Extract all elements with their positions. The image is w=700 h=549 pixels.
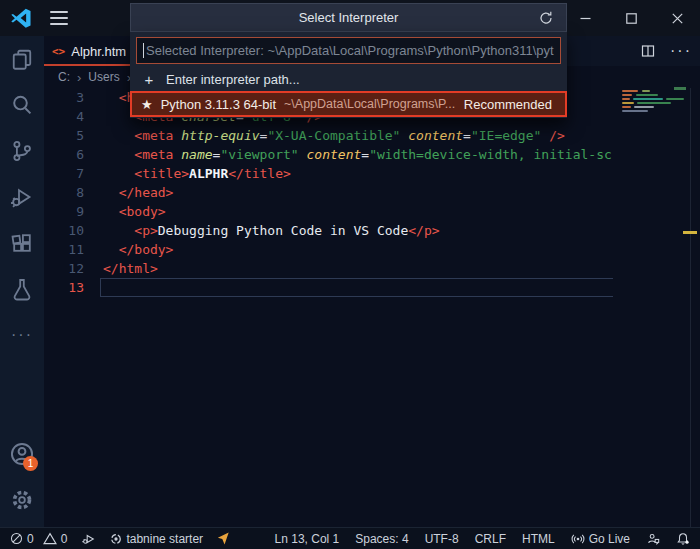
activity-bar-bottom: 1 bbox=[0, 431, 44, 523]
line-number: 3 bbox=[44, 88, 94, 107]
menu-icon[interactable] bbox=[50, 11, 68, 25]
tabnine-status[interactable]: tabnine starter bbox=[110, 532, 203, 546]
ruler-change-mark bbox=[674, 87, 686, 90]
star-icon: ★ bbox=[141, 97, 153, 112]
quickpick-item-python-recommended[interactable]: ★ Python 3.11.3 64-bit ~\AppData\Local\P… bbox=[130, 91, 567, 117]
testing-icon[interactable] bbox=[0, 266, 44, 312]
vscode-logo-icon bbox=[10, 7, 32, 29]
line-text: <p>Debugging Python Code in VS Code</p> bbox=[103, 221, 440, 240]
error-icon bbox=[10, 532, 23, 545]
tab-alphr-html[interactable]: <> Alphr.htm bbox=[44, 36, 136, 66]
search-icon[interactable] bbox=[0, 82, 44, 128]
line-text: </body> bbox=[103, 240, 173, 259]
close-button[interactable] bbox=[654, 0, 700, 36]
html-file-icon: <> bbox=[52, 45, 65, 58]
indentation-indicator[interactable]: Spaces: 4 bbox=[355, 532, 408, 546]
line-text: <body> bbox=[103, 202, 166, 221]
code-line-5[interactable]: 5 <meta http-equiv="X-UA-Compatible" con… bbox=[44, 126, 613, 145]
minimap[interactable] bbox=[618, 88, 690, 130]
go-live-label: Go Live bbox=[589, 532, 630, 546]
line-text: </html> bbox=[103, 259, 158, 278]
line-number: 6 bbox=[44, 145, 94, 164]
split-editor-icon[interactable] bbox=[640, 43, 656, 59]
code-line-11[interactable]: 11 </body> bbox=[44, 240, 613, 259]
line-number: 7 bbox=[44, 164, 94, 183]
quickpick-title-label: Select Interpreter bbox=[299, 10, 399, 25]
line-number: 9 bbox=[44, 202, 94, 221]
plus-icon: + bbox=[141, 71, 157, 88]
vscode-window: { "window": { "controls": { "minimize": … bbox=[0, 0, 700, 549]
line-number: 5 bbox=[44, 126, 94, 145]
ruler-cursor-mark bbox=[683, 231, 697, 234]
explorer-icon[interactable] bbox=[0, 36, 44, 82]
broadcast-icon bbox=[571, 532, 585, 546]
code-line-12[interactable]: 12</html> bbox=[44, 259, 613, 278]
tabnine-label: tabnine starter bbox=[126, 532, 203, 546]
quickpick-item-enter-path[interactable]: + Enter interpreter path... bbox=[130, 68, 567, 91]
source-control-icon[interactable] bbox=[0, 128, 44, 174]
encoding-indicator[interactable]: UTF-8 bbox=[425, 532, 459, 546]
code-line-7[interactable]: 7 <title>ALPHR</title> bbox=[44, 164, 613, 183]
go-live-button[interactable]: Go Live bbox=[571, 532, 630, 546]
line-number: 10 bbox=[44, 221, 94, 240]
breadcrumb-drive[interactable]: C: bbox=[58, 70, 70, 84]
account-badge: 1 bbox=[23, 456, 38, 471]
editor-more-icon[interactable]: ··· bbox=[670, 47, 692, 55]
code-editor[interactable]: 3 <head>4 <meta charset="utf-8" />5 <met… bbox=[44, 88, 613, 527]
settings-gear-icon[interactable] bbox=[0, 477, 44, 523]
language-mode-indicator[interactable]: HTML bbox=[522, 532, 555, 546]
refresh-icon[interactable] bbox=[538, 10, 554, 26]
code-line-13[interactable]: 13 bbox=[44, 278, 613, 297]
live-share-icon[interactable] bbox=[646, 532, 660, 546]
line-number: 12 bbox=[44, 259, 94, 278]
code-line-10[interactable]: 10 <p>Debugging Python Code in VS Code</… bbox=[44, 221, 613, 240]
code-line-6[interactable]: 6 <meta name="viewport" content="width=d… bbox=[44, 145, 613, 164]
quickpick-panel: Selected Interpreter: ~\AppData\Local\Pr… bbox=[130, 32, 567, 118]
line-number: 13 bbox=[44, 278, 94, 297]
tabnine-icon bbox=[110, 533, 122, 545]
minimize-button[interactable] bbox=[562, 0, 608, 36]
line-text: <meta name="viewport" content="width=dev… bbox=[103, 145, 612, 164]
line-text: </head> bbox=[103, 183, 173, 202]
run-debug-icon[interactable] bbox=[0, 174, 44, 220]
debug-status-icon[interactable] bbox=[81, 532, 96, 546]
error-count: 0 bbox=[27, 532, 34, 546]
line-col-indicator[interactable]: Ln 13, Col 1 bbox=[275, 532, 340, 546]
tab-label: Alphr.htm bbox=[71, 44, 126, 59]
status-bar: 0 0 tabnine starter Ln 13, Col 1 Spaces:… bbox=[0, 527, 700, 549]
account-icon[interactable]: 1 bbox=[0, 431, 44, 477]
window-controls bbox=[562, 0, 700, 36]
notifications-bell-icon[interactable] bbox=[676, 532, 690, 546]
quickpick-item-label: Python 3.11.3 64-bit bbox=[161, 97, 276, 112]
text-caret bbox=[143, 43, 144, 58]
cursor-pointer-icon bbox=[215, 529, 233, 547]
warning-icon bbox=[43, 532, 57, 545]
line-text: <title>ALPHR</title> bbox=[103, 164, 291, 183]
code-line-9[interactable]: 9 <body> bbox=[44, 202, 613, 221]
quickpick-item-path: ~\AppData\Local\Programs\P... bbox=[284, 97, 456, 111]
breadcrumb-folder[interactable]: Users bbox=[88, 70, 119, 84]
maximize-button[interactable] bbox=[608, 0, 654, 36]
recommended-badge: Recommended bbox=[464, 97, 552, 112]
line-number: 11 bbox=[44, 240, 94, 259]
eol-indicator[interactable]: CRLF bbox=[475, 532, 506, 546]
extensions-icon[interactable] bbox=[0, 220, 44, 266]
line-number: 8 bbox=[44, 183, 94, 202]
interpreter-input[interactable]: Selected Interpreter: ~\AppData\Local\Pr… bbox=[136, 37, 561, 64]
more-actions-icon[interactable]: ··· bbox=[0, 312, 44, 358]
interpreter-input-value: Selected Interpreter: ~\AppData\Local\Pr… bbox=[146, 43, 554, 58]
overview-ruler bbox=[690, 88, 691, 527]
problems-indicator[interactable]: 0 0 bbox=[10, 532, 67, 546]
line-text: <meta http-equiv="X-UA-Compatible" conte… bbox=[103, 126, 565, 145]
quickpick-title: Select Interpreter bbox=[130, 3, 567, 32]
activity-bar: ··· 1 bbox=[0, 36, 44, 527]
code-line-8[interactable]: 8 </head> bbox=[44, 183, 613, 202]
chevron-right-icon: › bbox=[77, 70, 81, 85]
quickpick-item-label: Enter interpreter path... bbox=[166, 72, 300, 87]
editor-actions: ··· bbox=[640, 36, 692, 66]
line-number: 4 bbox=[44, 107, 94, 126]
warning-count: 0 bbox=[61, 532, 68, 546]
